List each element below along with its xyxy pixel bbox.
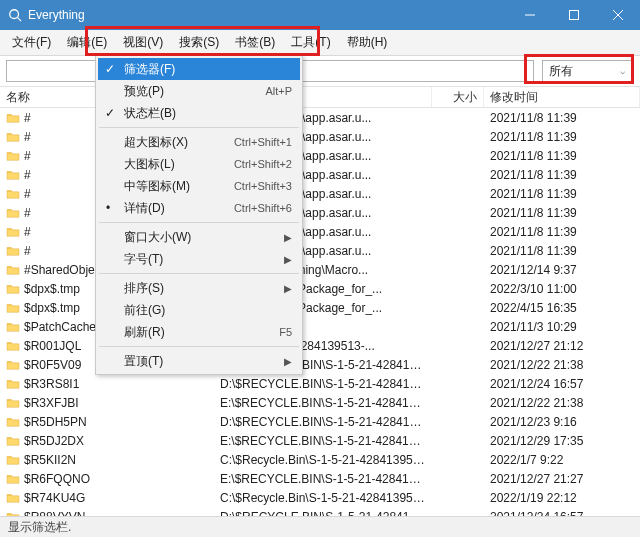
row-name: $R3XFJBI: [24, 396, 79, 410]
row-date: 2021/12/23 9:16: [484, 415, 640, 429]
chevron-right-icon: ▶: [284, 232, 292, 243]
row-path: E:\$RECYCLE.BIN\S-1-5-21-4284139513-...: [214, 396, 432, 410]
view-menu-item-14[interactable]: 刷新(R)F5: [98, 321, 300, 343]
menu-label: 刷新(R): [124, 324, 165, 341]
title-bar: Everything: [0, 0, 640, 30]
row-date: 2022/1/19 22:12: [484, 491, 640, 505]
folder-icon: [6, 416, 20, 428]
view-menu-dropdown: ✓筛选器(F)预览(P)Alt+P✓状态栏(B)超大图标(X)Ctrl+Shif…: [95, 55, 303, 375]
view-menu-item-5[interactable]: 大图标(L)Ctrl+Shift+2: [98, 153, 300, 175]
row-date: 2021/11/8 11:39: [484, 149, 640, 163]
row-name: $R6FQQNO: [24, 472, 90, 486]
menu-shortcut: F5: [279, 326, 292, 338]
view-menu-item-4[interactable]: 超大图标(X)Ctrl+Shift+1: [98, 131, 300, 153]
folder-icon: [6, 359, 20, 371]
menu-label: 排序(S): [124, 280, 164, 297]
menu-item-0[interactable]: 文件(F): [4, 31, 59, 54]
col-header-size[interactable]: 大小: [432, 87, 484, 107]
row-date: 2021/11/3 10:29: [484, 320, 640, 334]
menu-item-4[interactable]: 书签(B): [227, 31, 283, 54]
menu-item-2[interactable]: 视图(V): [115, 31, 171, 54]
view-menu-item-1[interactable]: 预览(P)Alt+P: [98, 80, 300, 102]
view-menu-item-12[interactable]: 排序(S)▶: [98, 277, 300, 299]
menu-item-6[interactable]: 帮助(H): [339, 31, 396, 54]
menu-separator: [99, 127, 299, 128]
row-date: 2021/12/22 21:38: [484, 358, 640, 372]
row-name: #: [24, 244, 31, 258]
row-date: 2021/11/8 11:39: [484, 206, 640, 220]
menu-shortcut: Ctrl+Shift+3: [234, 180, 292, 192]
check-icon: ✓: [104, 62, 116, 76]
menu-item-1[interactable]: 编辑(E): [59, 31, 115, 54]
row-name: $R5DH5PN: [24, 415, 87, 429]
row-name: $dpx$.tmp: [24, 282, 80, 296]
row-date: 2021/12/27 21:12: [484, 339, 640, 353]
folder-icon: [6, 283, 20, 295]
close-button[interactable]: [596, 0, 640, 30]
row-date: 2021/11/8 11:39: [484, 168, 640, 182]
row-name: $R001JQL: [24, 339, 81, 353]
table-row[interactable]: $R5KII2NC:\$Recycle.Bin\S-1-5-21-4284139…: [0, 450, 640, 469]
maximize-button[interactable]: [552, 0, 596, 30]
check-icon: ✓: [104, 106, 116, 120]
svg-rect-3: [570, 11, 579, 20]
col-header-date[interactable]: 修改时间: [484, 87, 640, 107]
row-name: #: [24, 130, 31, 144]
table-row[interactable]: $R5DH5PND:\$RECYCLE.BIN\S-1-5-21-4284139…: [0, 412, 640, 431]
view-menu-item-13[interactable]: 前往(G): [98, 299, 300, 321]
view-menu-item-7[interactable]: •详情(D)Ctrl+Shift+6: [98, 197, 300, 219]
table-row[interactable]: $R6FQQNOE:\$RECYCLE.BIN\S-1-5-21-4284139…: [0, 469, 640, 488]
row-name: #: [24, 187, 31, 201]
row-name: #: [24, 168, 31, 182]
row-name: $PatchCache$: [24, 320, 103, 334]
folder-icon: [6, 226, 20, 238]
menu-shortcut: Alt+P: [265, 85, 292, 97]
table-row[interactable]: $R5DJ2DXE:\$RECYCLE.BIN\S-1-5-21-4284139…: [0, 431, 640, 450]
menu-item-5[interactable]: 工具(T): [283, 31, 338, 54]
row-date: 2021/11/8 11:39: [484, 130, 640, 144]
filter-dropdown[interactable]: 所有 ⌵: [542, 60, 632, 82]
folder-icon: [6, 112, 20, 124]
menu-label: 超大图标(X): [124, 134, 188, 151]
row-path: D:\$RECYCLE.BIN\S-1-5-21-4284139513-...: [214, 415, 432, 429]
view-menu-item-16[interactable]: 置顶(T)▶: [98, 350, 300, 372]
view-menu-item-0[interactable]: ✓筛选器(F): [98, 58, 300, 80]
filter-label: 所有: [549, 63, 573, 80]
folder-icon: [6, 188, 20, 200]
folder-icon: [6, 473, 20, 485]
chevron-right-icon: ▶: [284, 356, 292, 367]
row-date: 2022/3/10 11:00: [484, 282, 640, 296]
row-path: C:\$Recycle.Bin\S-1-5-21-4284139513-14..…: [214, 491, 432, 505]
menu-separator: [99, 273, 299, 274]
view-menu-item-10[interactable]: 字号(T)▶: [98, 248, 300, 270]
folder-icon: [6, 435, 20, 447]
menu-label: 详情(D): [124, 200, 165, 217]
folder-icon: [6, 169, 20, 181]
minimize-button[interactable]: [508, 0, 552, 30]
view-menu-item-6[interactable]: 中等图标(M)Ctrl+Shift+3: [98, 175, 300, 197]
table-row[interactable]: $R74KU4GC:\$Recycle.Bin\S-1-5-21-4284139…: [0, 488, 640, 507]
row-date: 2021/12/14 9:37: [484, 263, 640, 277]
menu-label: 筛选器(F): [124, 61, 175, 78]
table-row[interactable]: $R3RS8I1D:\$RECYCLE.BIN\S-1-5-21-4284139…: [0, 374, 640, 393]
row-date: 2021/12/24 16:57: [484, 377, 640, 391]
folder-icon: [6, 378, 20, 390]
row-date: 2021/12/22 21:38: [484, 396, 640, 410]
view-menu-item-9[interactable]: 窗口大小(W)▶: [98, 226, 300, 248]
folder-icon: [6, 397, 20, 409]
menu-shortcut: Ctrl+Shift+1: [234, 136, 292, 148]
table-row[interactable]: $R3XFJBIE:\$RECYCLE.BIN\S-1-5-21-4284139…: [0, 393, 640, 412]
menu-separator: [99, 346, 299, 347]
view-menu-item-2[interactable]: ✓状态栏(B): [98, 102, 300, 124]
row-name: #: [24, 206, 31, 220]
row-name: $R3RS8I1: [24, 377, 79, 391]
menu-label: 预览(P): [124, 83, 164, 100]
svg-point-0: [10, 10, 19, 19]
menu-item-3[interactable]: 搜索(S): [171, 31, 227, 54]
row-date: 2021/12/29 17:35: [484, 434, 640, 448]
row-name: $dpx$.tmp: [24, 301, 80, 315]
row-date: 2021/11/8 11:39: [484, 111, 640, 125]
row-date: 2021/11/8 11:39: [484, 225, 640, 239]
window-controls: [508, 0, 640, 30]
status-bar: 显示筛选栏.: [0, 516, 640, 537]
